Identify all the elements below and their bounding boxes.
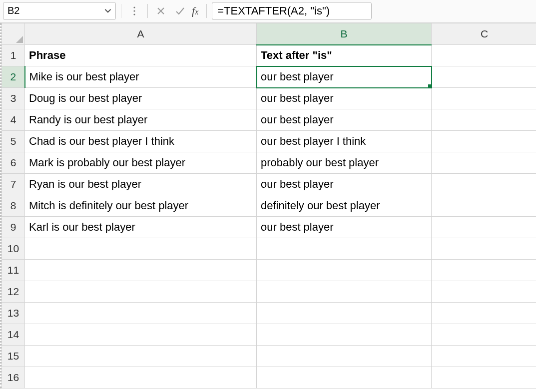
row-header[interactable]: 1	[2, 45, 25, 66]
name-box[interactable]: B2	[3, 2, 116, 20]
row-header[interactable]: 13	[2, 303, 25, 324]
fx-icon[interactable]: fx	[191, 4, 201, 17]
cell[interactable]	[25, 346, 257, 367]
table-row: 4 Randy is our best player our best play…	[2, 109, 536, 131]
divider	[206, 4, 207, 18]
row-header[interactable]: 3	[2, 88, 25, 109]
cell[interactable]	[257, 281, 432, 303]
row-header[interactable]: 15	[2, 346, 25, 367]
row-header[interactable]: 2	[2, 66, 25, 88]
cell[interactable]	[257, 238, 432, 260]
cell-c5[interactable]	[432, 131, 536, 152]
table-row: 1 Phrase Text after "is"	[2, 45, 536, 66]
cell-c8[interactable]	[432, 195, 536, 217]
cell[interactable]	[257, 303, 432, 324]
cell[interactable]	[432, 303, 536, 324]
divider	[147, 4, 148, 18]
table-row: 16	[2, 367, 536, 389]
col-header-a[interactable]: A	[25, 23, 257, 45]
cell[interactable]	[432, 281, 536, 303]
cell[interactable]	[257, 260, 432, 281]
row-header[interactable]: 11	[2, 260, 25, 281]
svg-point-0	[133, 6, 135, 8]
cell-b3[interactable]: our best player	[257, 88, 432, 109]
cell-c2[interactable]	[432, 66, 536, 88]
cell[interactable]	[432, 346, 536, 367]
row-header[interactable]: 8	[2, 195, 25, 217]
cell-b2[interactable]: our best player	[257, 66, 432, 88]
table-row: 9 Karl is our best player our best playe…	[2, 217, 536, 238]
row-header[interactable]: 12	[2, 281, 25, 303]
row-header[interactable]: 16	[2, 367, 25, 389]
cell[interactable]	[25, 281, 257, 303]
cell-a6[interactable]: Mark is probably our best player	[25, 152, 257, 174]
cell[interactable]	[25, 238, 257, 260]
formula-text: =TEXTAFTER(A2, "is")	[217, 4, 330, 17]
cell[interactable]	[432, 324, 536, 346]
col-header-b[interactable]: B	[257, 23, 432, 45]
cell[interactable]	[25, 303, 257, 324]
cell[interactable]	[432, 367, 536, 389]
table-row: 5 Chad is our best player I think our be…	[2, 131, 536, 152]
cancel-icon[interactable]	[153, 3, 169, 19]
chevron-down-icon[interactable]	[104, 5, 111, 16]
cell-a8[interactable]: Mitch is definitely our best player	[25, 195, 257, 217]
cell-c3[interactable]	[432, 88, 536, 109]
table-row: 3 Doug is our best player our best playe…	[2, 88, 536, 109]
cell-c9[interactable]	[432, 217, 536, 238]
row-header[interactable]: 4	[2, 109, 25, 131]
cell[interactable]	[257, 324, 432, 346]
cell-c6[interactable]	[432, 152, 536, 174]
cell[interactable]	[25, 324, 257, 346]
name-box-value: B2	[7, 5, 19, 16]
cell[interactable]	[25, 367, 257, 389]
cell-a3[interactable]: Doug is our best player	[25, 88, 257, 109]
col-header-c[interactable]: C	[432, 23, 536, 45]
formula-input[interactable]: =TEXTAFTER(A2, "is")	[212, 2, 372, 20]
cell[interactable]	[432, 238, 536, 260]
more-icon[interactable]	[126, 3, 142, 19]
cell-a7[interactable]: Ryan is our best player	[25, 174, 257, 195]
divider	[121, 4, 121, 18]
spreadsheet-grid[interactable]: A B C 1 Phrase Text after "is" 2 Mike is…	[0, 23, 536, 389]
cell-b6[interactable]: probably our best player	[257, 152, 432, 174]
table-row: 8 Mitch is definitely our best player de…	[2, 195, 536, 217]
table-row: 11	[2, 260, 536, 281]
svg-point-1	[133, 10, 135, 11]
cell-b4[interactable]: our best player	[257, 109, 432, 131]
row-header[interactable]: 7	[2, 174, 25, 195]
cell-b5[interactable]: our best player I think	[257, 131, 432, 152]
table-row: 2 Mike is our best player our best playe…	[2, 66, 536, 88]
row-header[interactable]: 5	[2, 131, 25, 152]
cell-b7[interactable]: our best player	[257, 174, 432, 195]
table-row: 13	[2, 303, 536, 324]
cell[interactable]	[257, 346, 432, 367]
cell-b1[interactable]: Text after "is"	[257, 45, 432, 66]
select-all-corner[interactable]	[2, 23, 25, 45]
table-row: 6 Mark is probably our best player proba…	[2, 152, 536, 174]
cell-a1[interactable]: Phrase	[25, 45, 257, 66]
row-header[interactable]: 14	[2, 324, 25, 346]
confirm-icon[interactable]	[172, 3, 188, 19]
table-row: 14	[2, 324, 536, 346]
cell[interactable]	[25, 260, 257, 281]
cell-c1[interactable]	[432, 45, 536, 66]
cell-b8[interactable]: definitely our best player	[257, 195, 432, 217]
cell-c7[interactable]	[432, 174, 536, 195]
svg-point-2	[133, 13, 135, 15]
cell-a4[interactable]: Randy is our best player	[25, 109, 257, 131]
table-row: 12	[2, 281, 536, 303]
cell-a9[interactable]: Karl is our best player	[25, 217, 257, 238]
cell-a5[interactable]: Chad is our best player I think	[25, 131, 257, 152]
row-header[interactable]: 10	[2, 238, 25, 260]
cell-b9[interactable]: our best player	[257, 217, 432, 238]
cell[interactable]	[257, 367, 432, 389]
formula-bar: B2 fx =TEXTAFTER(A2, "is")	[0, 0, 536, 23]
row-header[interactable]: 6	[2, 152, 25, 174]
row-header[interactable]: 9	[2, 217, 25, 238]
cell[interactable]	[432, 260, 536, 281]
table-row: 10	[2, 238, 536, 260]
cell-c4[interactable]	[432, 109, 536, 131]
cell-a2[interactable]: Mike is our best player	[25, 66, 257, 88]
table-row: 7 Ryan is our best player our best playe…	[2, 174, 536, 195]
